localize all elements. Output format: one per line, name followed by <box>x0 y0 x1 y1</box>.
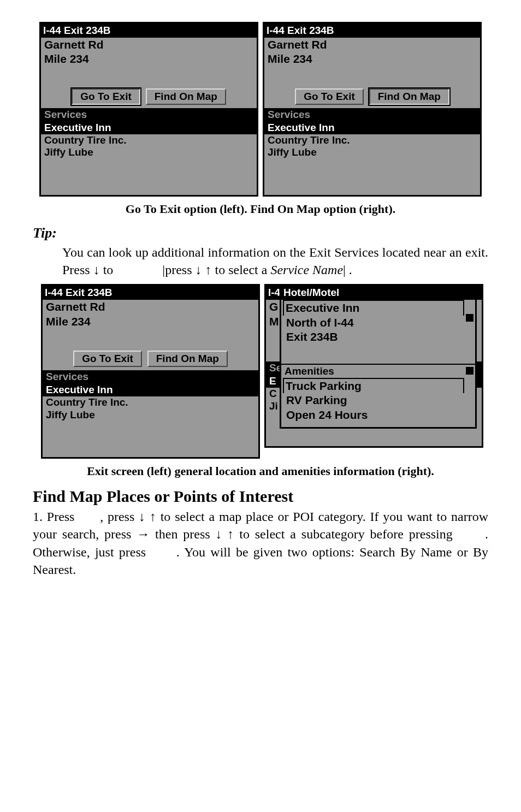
tip-label: Tip: <box>33 225 488 241</box>
window-title: I-44 Exit 234B <box>43 286 258 300</box>
service-item[interactable]: Country Tire Inc. <box>264 134 480 147</box>
hotel-exit: Exit 234B <box>283 330 475 344</box>
services-section-header: Services <box>264 108 480 121</box>
services-section-header: Services <box>41 108 257 121</box>
gps-window-go-to-exit: I-44 Exit 234B Garnett Rd Mile 234 Go To… <box>39 22 258 197</box>
service-item[interactable]: Jiffy Lube <box>41 146 257 159</box>
figure-row-2: I-44 Exit 234B Garnett Rd Mile 234 Go To… <box>33 284 488 459</box>
figure-caption-1: Go To Exit option (left). Find On Map op… <box>33 202 488 216</box>
hotel-name: Executive Inn <box>283 300 464 315</box>
exit-road: Garnett Rd <box>41 38 257 52</box>
gps-window-find-on-map: I-44 Exit 234B Garnett Rd Mile 234 Go To… <box>263 22 482 197</box>
gps-window-exit-screen: I-44 Exit 234B Garnett Rd Mile 234 Go To… <box>41 284 260 459</box>
go-to-exit-button[interactable]: Go To Exit <box>73 351 142 367</box>
exit-mile: Mile 234 <box>43 315 258 329</box>
service-item[interactable]: Country Tire Inc. <box>41 134 257 147</box>
gps-window-amenities-host: I-4 G M Se E C Ji Hotel/Motel Executive … <box>264 284 480 448</box>
tip-text: You can look up additional information o… <box>62 244 488 279</box>
exit-mile: Mile 234 <box>264 52 480 66</box>
go-to-exit-button[interactable]: Go To Exit <box>72 88 140 105</box>
exit-mile: Mile 234 <box>41 52 257 66</box>
window-title: I-44 Exit 234B <box>41 23 257 38</box>
amenity-item: RV Parking <box>283 393 475 407</box>
service-item-selected[interactable]: Executive Inn <box>43 383 258 396</box>
service-item[interactable]: Jiffy Lube <box>264 146 480 159</box>
find-on-map-button[interactable]: Find On Map <box>369 88 449 105</box>
popup-title: Hotel/Motel <box>281 286 475 300</box>
amenity-item: Open 24 Hours <box>283 408 475 422</box>
find-on-map-button[interactable]: Find On Map <box>147 351 228 367</box>
hotel-motel-popup: Hotel/Motel Executive Inn North of I-44 … <box>280 284 477 429</box>
window-title: I-44 Exit 234B <box>264 23 480 38</box>
hotel-location: North of I-44 <box>283 316 475 330</box>
scrollbar-handle[interactable] <box>466 314 473 322</box>
amenity-item: Truck Parking <box>283 378 464 393</box>
exit-road: Garnett Rd <box>264 38 480 52</box>
amenities-label: Amenities <box>281 364 475 378</box>
service-item[interactable]: Jiffy Lube <box>43 409 258 422</box>
section-heading: Find Map Places or Points of Interest <box>33 487 488 506</box>
service-item-selected[interactable]: Executive Inn <box>264 121 480 134</box>
find-on-map-button[interactable]: Find On Map <box>146 88 226 105</box>
figure-caption-2: Exit screen (left) general location and … <box>33 464 488 478</box>
go-to-exit-button[interactable]: Go To Exit <box>295 88 364 105</box>
exit-road: Garnett Rd <box>43 300 258 314</box>
section-body: 1. Press , press ↓ ↑ to select a map pla… <box>33 508 488 579</box>
scrollbar-handle[interactable] <box>466 367 473 375</box>
service-item-selected[interactable]: Executive Inn <box>41 121 257 134</box>
services-section-header: Services <box>43 370 258 383</box>
service-item[interactable]: Country Tire Inc. <box>43 396 258 409</box>
figure-row-1: I-44 Exit 234B Garnett Rd Mile 234 Go To… <box>33 22 488 197</box>
